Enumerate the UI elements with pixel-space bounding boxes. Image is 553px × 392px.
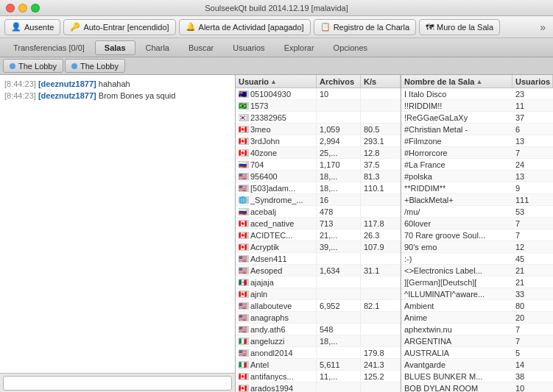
list-item[interactable]: +BlackMetal+ 111	[401, 194, 553, 206]
tab-explorar[interactable]: Explorar	[275, 40, 323, 55]
flag-icon: 🇺🇸	[239, 326, 249, 333]
table-row[interactable]: 🌐 _Syndrome_... 16	[236, 194, 401, 206]
user-speed	[361, 194, 401, 205]
list-item[interactable]: 90's emo 12	[401, 241, 553, 253]
table-row[interactable]: 🇺🇸 [503]adam... 18,... 110.1	[236, 182, 401, 194]
list-item[interactable]: !ReGGaeGaLaXy 37	[401, 112, 553, 124]
close-button[interactable]	[6, 4, 15, 13]
table-row[interactable]: 🇺🇸 andy.ath6 548	[236, 324, 401, 335]
room-name: #Filmzone	[401, 135, 513, 146]
col-sala[interactable]: Nombre de la Sala ▲	[401, 75, 513, 88]
col-usuario[interactable]: Usuario ▲	[236, 75, 317, 88]
tab-buscar[interactable]: Buscar	[180, 40, 222, 55]
table-row[interactable]: 🇺🇸 anondl2014 179.8	[236, 347, 401, 359]
table-row[interactable]: 🇺🇸 allabouteve 6,952 82.1	[236, 300, 401, 312]
maximize-button[interactable]	[31, 4, 40, 13]
table-row[interactable]: 🇲🇽 ajajaja	[236, 277, 401, 288]
table-row[interactable]: 🇨🇦 aced_native 713 117.8	[236, 218, 401, 229]
tab-salas[interactable]: Salas	[95, 40, 135, 55]
flag-icon: 🇨🇦	[239, 243, 249, 251]
list-item[interactable]: #La France 24	[401, 159, 553, 171]
table-row[interactable]: 🇮🇹 angeluzzi 18,...	[236, 335, 401, 347]
list-item[interactable]: #Horrorcore 7	[401, 147, 553, 159]
tab-opciones[interactable]: Opciones	[325, 40, 376, 55]
list-item[interactable]: Anime 20	[401, 312, 553, 324]
chat-messages: [8:44:23] [deeznutz1877] hahahah[8:44:23…	[0, 75, 235, 373]
col-kps[interactable]: K/s	[361, 75, 401, 88]
room-users: 111	[513, 194, 553, 205]
alert-button[interactable]: 🔔 Alerta de Actividad [apagado]	[179, 19, 311, 35]
user-speed: 31.1	[361, 265, 401, 276]
list-item[interactable]: Ambient 80	[401, 300, 553, 312]
list-item[interactable]: <>Electronics Label... 21	[401, 265, 553, 277]
table-row[interactable]: 🇨🇦 Acryptik 39,... 107.9	[236, 241, 401, 253]
user-speed	[361, 277, 401, 288]
list-item[interactable]: :-) 45	[401, 253, 553, 265]
list-item[interactable]: I Italo Disco 23	[401, 88, 553, 100]
tab-usuarios[interactable]: Usuarios	[224, 40, 273, 55]
chat-message: [8:44:23] [deeznutz1877] hahahah	[4, 78, 230, 90]
table-row[interactable]: 🇷🇺 704 1,170 37.5	[236, 159, 401, 171]
list-item[interactable]: 70 Rare groove Soul... 7	[401, 229, 553, 241]
lobby-dot	[10, 63, 15, 69]
table-row[interactable]: 🇨🇦 ACIDTEC... 21,... 26.3	[236, 229, 401, 241]
chat-input[interactable]	[3, 376, 232, 391]
table-row[interactable]: 🇺🇸 956400 18,... 81.3	[236, 171, 401, 182]
autojoin-button[interactable]: 🔑 Auto-Entrar [encendido]	[63, 19, 175, 35]
room-users: 38	[513, 371, 553, 382]
sub-tab-lobby1[interactable]: The Lobby	[3, 59, 63, 73]
minimize-button[interactable]	[18, 4, 27, 13]
col-archivos[interactable]: Archivos	[317, 75, 361, 88]
list-item[interactable]: BOB DYLAN ROOM 10	[401, 382, 553, 392]
chatlog-button[interactable]: 📋 Registro de la Charla	[314, 19, 416, 35]
flag-icon: 🇺🇸	[239, 173, 249, 180]
timestamp: [8:44:23]	[4, 91, 36, 100]
list-item[interactable]: ][German][Deutsch][ 21	[401, 277, 553, 288]
list-item[interactable]: BLUES BUNKER M... 38	[401, 371, 553, 382]
room-name: #Christian Metal -	[401, 124, 513, 135]
users-table-body: 🇦🇺 051004930 10 🇧🇷 1573 🇰🇷 23382965 🇨🇦 3…	[236, 88, 401, 392]
table-row[interactable]: 🇺🇸 Adsen411	[236, 253, 401, 265]
tab-transfers[interactable]: Transferencias [0/0]	[4, 40, 94, 55]
table-row[interactable]: 🇺🇸 Aesoped 1,634 31.1	[236, 265, 401, 277]
list-item[interactable]: ^ILLUMINATI^aware... 33	[401, 288, 553, 300]
list-item[interactable]: Avantgarde 14	[401, 359, 553, 371]
list-item[interactable]: #polska 13	[401, 171, 553, 182]
user-speed: 37.5	[361, 159, 401, 170]
user-files	[317, 288, 361, 299]
flag-icon: 🇨🇦	[239, 149, 249, 157]
wall-button[interactable]: 🗺 Muro de la Sala	[419, 19, 500, 35]
user-files: 2,994	[317, 135, 361, 146]
table-row[interactable]: 🇨🇦 3meo 1,059 80.5	[236, 124, 401, 135]
list-item[interactable]: aphextwin.nu 7	[401, 324, 553, 335]
username-text: ajajaja	[250, 278, 274, 287]
room-users: 7	[513, 229, 553, 240]
table-row[interactable]: 🇨🇦 ajnln	[236, 288, 401, 300]
table-row[interactable]: 🇨🇦 arados1994	[236, 382, 401, 392]
list-item[interactable]: 60lover 7	[401, 218, 553, 229]
username-text: angeluzzi	[250, 337, 284, 346]
list-item[interactable]: !!RIDDIM!! 11	[401, 100, 553, 112]
table-row[interactable]: 🇨🇦 40zone 25,... 12.8	[236, 147, 401, 159]
chat-input-area	[0, 373, 235, 392]
table-row[interactable]: 🇰🇷 23382965	[236, 112, 401, 124]
away-button[interactable]: 👤 Ausente	[4, 19, 60, 35]
table-row[interactable]: 🇺🇸 anagraphs	[236, 312, 401, 324]
table-row[interactable]: 🇷🇺 acebalj 478	[236, 206, 401, 218]
list-item[interactable]: #Christian Metal - 6	[401, 124, 553, 135]
table-row[interactable]: 🇦🇺 051004930 10	[236, 88, 401, 100]
list-item[interactable]: /mu/ 53	[401, 206, 553, 218]
table-row[interactable]: 🇨🇦 antifanycs... 11,... 125.2	[236, 371, 401, 382]
list-item[interactable]: #Filmzone 13	[401, 135, 553, 147]
user-name: 🇺🇸 [503]adam...	[236, 182, 317, 193]
list-item[interactable]: ARGENTINA 7	[401, 335, 553, 347]
list-item[interactable]: AUSTRALIA 5	[401, 347, 553, 359]
expand-arrow[interactable]: »	[537, 21, 549, 33]
table-row[interactable]: 🇮🇹 Antel 5,611 241.3	[236, 359, 401, 371]
tab-charla[interactable]: Charla	[137, 40, 178, 55]
col-usuarios-rooms[interactable]: Usuarios	[513, 75, 553, 88]
table-row[interactable]: 🇧🇷 1573	[236, 100, 401, 112]
list-item[interactable]: **RIDDIM** 9	[401, 182, 553, 194]
table-row[interactable]: 🇨🇦 3rdJohn 2,994 293.1	[236, 135, 401, 147]
sub-tab-lobby2[interactable]: The Lobby	[65, 59, 125, 73]
